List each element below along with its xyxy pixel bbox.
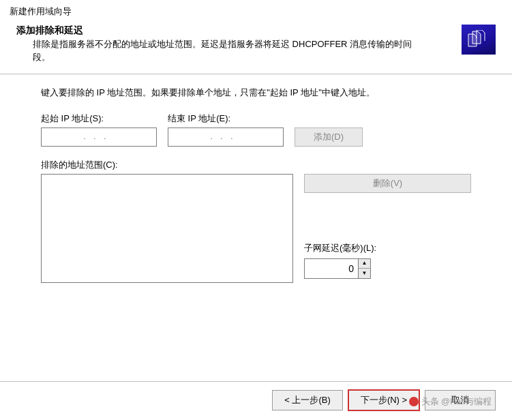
back-button[interactable]: < 上一步(B) — [272, 390, 343, 410]
subnet-delay-input[interactable]: 0 — [304, 258, 359, 279]
delete-button[interactable]: 删除(V) — [304, 174, 471, 193]
end-ip-label: 结束 IP 地址(E): — [168, 112, 284, 125]
add-button[interactable]: 添加(D) — [295, 127, 363, 147]
wizard-body: 键入要排除的 IP 地址范围。如果要排除单个地址，只需在"起始 IP 地址"中键… — [0, 74, 512, 290]
spinner-down-icon[interactable]: ▼ — [359, 269, 370, 278]
wizard-banner-icon — [462, 25, 496, 55]
wizard-footer: < 上一步(B) 下一步(N) > 取消 头条 @Kali与编程 — [0, 381, 512, 420]
spinner-up-icon[interactable]: ▲ — [359, 259, 370, 269]
instruction-text: 键入要排除的 IP 地址范围。如果要排除单个地址，只需在"起始 IP 地址"中键… — [41, 87, 471, 99]
subnet-delay-spinner[interactable]: ▲ ▼ — [359, 258, 371, 279]
subnet-delay-label: 子网延迟(毫秒)(L): — [304, 242, 471, 254]
wizard-window: 新建作用域向导 添加排除和延迟 排除是指服务器不分配的地址或地址范围。延迟是指服… — [0, 0, 512, 420]
next-button[interactable]: 下一步(N) > — [348, 390, 419, 410]
end-ip-input[interactable]: ... — [168, 127, 284, 147]
excluded-range-label: 排除的地址范围(C): — [41, 159, 471, 171]
page-heading: 添加排除和延迟 — [16, 25, 496, 37]
window-title: 新建作用域向导 — [0, 0, 512, 20]
wizard-header: 添加排除和延迟 排除是指服务器不分配的地址或地址范围。延迟是指服务器将延迟 DH… — [0, 20, 512, 74]
start-ip-input[interactable]: ... — [41, 127, 157, 147]
start-ip-label: 起始 IP 地址(S): — [41, 112, 157, 125]
page-description: 排除是指服务器不分配的地址或地址范围。延迟是指服务器将延迟 DHCPOFFER … — [33, 38, 415, 64]
cancel-button[interactable]: 取消 — [425, 390, 496, 410]
excluded-range-listbox[interactable] — [41, 174, 293, 283]
